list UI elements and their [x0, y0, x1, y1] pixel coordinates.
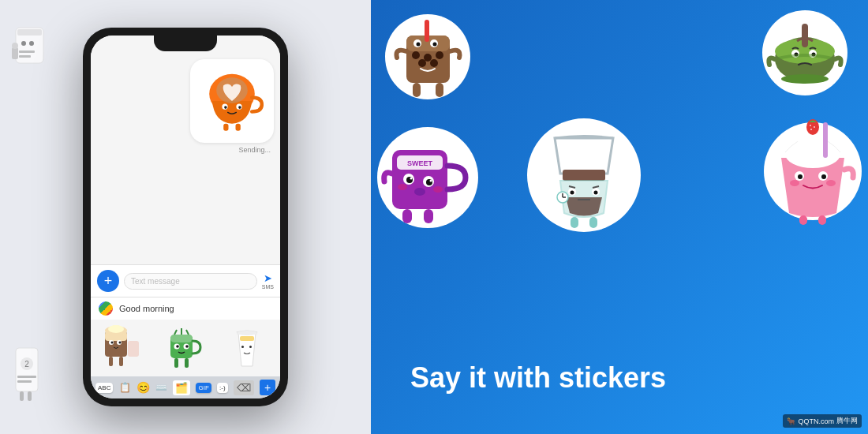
- kb-delete-icon[interactable]: ⌫: [234, 380, 254, 395]
- watermark-text: QQTN.com: [798, 417, 834, 425]
- svg-point-19: [224, 106, 227, 109]
- sticker-sweetmug: SWEET: [375, 122, 481, 236]
- svg-line-44: [186, 330, 189, 335]
- svg-point-94: [571, 191, 574, 195]
- text-message-input[interactable]: Text message: [124, 273, 257, 290]
- input-bar: + Text message ➤ SMS: [91, 264, 280, 297]
- svg-rect-4: [19, 51, 35, 53]
- svg-point-62: [433, 43, 437, 47]
- svg-rect-65: [436, 83, 443, 97]
- svg-text:2: 2: [24, 360, 29, 369]
- svg-rect-35: [170, 335, 193, 342]
- svg-rect-11: [17, 376, 36, 378]
- kb-sticker-icon[interactable]: 🗂️: [173, 380, 190, 395]
- svg-rect-6: [12, 47, 18, 59]
- phone-screen: Sending... + Text message ➤ SMS Good mor…: [91, 36, 280, 398]
- svg-point-7: [12, 43, 18, 49]
- suggestion-text[interactable]: Good morning: [119, 304, 174, 313]
- svg-rect-32: [119, 357, 123, 366]
- svg-rect-103: [589, 217, 597, 228]
- svg-point-39: [185, 345, 189, 348]
- kb-clipboard-icon[interactable]: 📋: [119, 382, 131, 393]
- sticker-matcha: [758, 8, 852, 102]
- svg-rect-120: [818, 215, 826, 225]
- svg-rect-33: [128, 341, 139, 357]
- tray-sticker-1[interactable]: [100, 324, 148, 372]
- sms-label: SMS: [262, 284, 274, 290]
- svg-rect-22: [236, 124, 241, 131]
- latte-sticker-svg: [196, 65, 268, 137]
- svg-point-109: [810, 125, 811, 126]
- sticker-bubble: [190, 59, 274, 143]
- svg-point-29: [111, 342, 114, 344]
- send-sms-button[interactable]: ➤ SMS: [262, 272, 274, 290]
- google-logo: [99, 301, 113, 316]
- svg-point-74: [781, 74, 829, 84]
- svg-point-84: [430, 180, 432, 182]
- tray-sticker-3[interactable]: [223, 324, 271, 372]
- kb-emoji-icon[interactable]: 😊: [137, 381, 150, 394]
- sticker-coffeedrip: [525, 114, 643, 240]
- kb-emoticon[interactable]: :-): [217, 383, 228, 393]
- svg-rect-102: [571, 217, 578, 228]
- svg-point-61: [417, 43, 421, 47]
- svg-point-20: [238, 106, 241, 109]
- svg-rect-64: [413, 83, 421, 97]
- tray-sticker-2[interactable]: [162, 324, 209, 372]
- watermark: 🐂 QQTN.com 腾牛网: [783, 414, 862, 428]
- svg-point-111: [810, 129, 812, 130]
- svg-point-85: [414, 188, 425, 196]
- svg-rect-1: [17, 29, 42, 36]
- svg-point-95: [594, 191, 598, 195]
- kb-plus-button[interactable]: +: [260, 380, 275, 395]
- messages-area: Sending...: [91, 36, 280, 264]
- sticker-bubbletea: [383, 12, 473, 106]
- svg-point-45: [237, 331, 257, 335]
- svg-point-117: [790, 180, 799, 186]
- svg-point-54: [412, 51, 420, 59]
- send-icon: ➤: [264, 272, 272, 284]
- svg-rect-41: [185, 358, 189, 368]
- kb-abc[interactable]: ABC: [95, 383, 113, 393]
- svg-point-50: [249, 346, 252, 348]
- right-panel: SWEET: [371, 0, 868, 434]
- svg-rect-69: [802, 24, 808, 47]
- svg-point-110: [814, 126, 815, 128]
- say-it-with-stickers-text: Say it with stickers: [410, 361, 829, 395]
- suggestion-bar: Good morning: [91, 297, 280, 320]
- svg-point-86: [398, 184, 407, 190]
- svg-line-42: [174, 330, 177, 335]
- sending-label: Sending...: [238, 146, 271, 154]
- svg-point-118: [826, 180, 836, 186]
- svg-rect-5: [19, 55, 31, 58]
- add-button[interactable]: +: [97, 270, 119, 292]
- svg-rect-112: [823, 122, 828, 158]
- phone-mockup: Sending... + Text message ➤ SMS Good mor…: [83, 28, 288, 406]
- svg-point-57: [418, 59, 426, 67]
- svg-rect-46: [240, 336, 254, 341]
- sticker-tray: [91, 320, 280, 376]
- svg-rect-91: [563, 170, 605, 181]
- svg-rect-63: [425, 20, 429, 42]
- svg-rect-89: [424, 209, 433, 223]
- keyboard-bar: ABC 📋 😊 ⌨️ 🗂️ GIF :-) ⌫ +: [91, 376, 280, 398]
- svg-rect-13: [20, 391, 24, 401]
- left-panel: 2: [0, 0, 371, 434]
- svg-point-26: [108, 325, 124, 333]
- svg-rect-14: [28, 391, 32, 401]
- svg-point-2: [21, 41, 26, 46]
- svg-point-30: [119, 342, 122, 344]
- svg-point-87: [433, 186, 443, 193]
- svg-rect-21: [223, 124, 228, 131]
- kb-keyboard-icon[interactable]: ⌨️: [155, 382, 167, 393]
- svg-point-49: [241, 346, 244, 348]
- svg-point-58: [430, 59, 438, 67]
- deco-sticker-topleft: [8, 16, 55, 74]
- svg-point-115: [798, 174, 803, 179]
- kb-gif[interactable]: GIF: [196, 383, 211, 393]
- svg-rect-88: [402, 209, 412, 223]
- sticker-milkshake: [761, 114, 864, 232]
- svg-rect-119: [799, 215, 807, 225]
- svg-text:SWEET: SWEET: [407, 159, 433, 167]
- svg-point-3: [29, 41, 34, 46]
